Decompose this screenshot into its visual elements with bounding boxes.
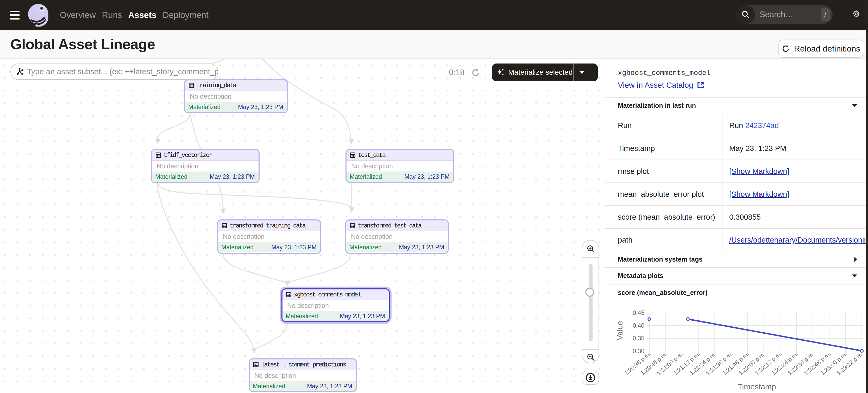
svg-text:0.45: 0.45 [633,309,644,316]
svg-text:0.30: 0.30 [633,348,644,355]
svg-text:Value: Value [616,321,624,340]
svg-text:Timestamp: Timestamp [738,382,776,391]
svg-text:0.40: 0.40 [633,322,644,329]
svg-text:0.35: 0.35 [633,335,644,342]
